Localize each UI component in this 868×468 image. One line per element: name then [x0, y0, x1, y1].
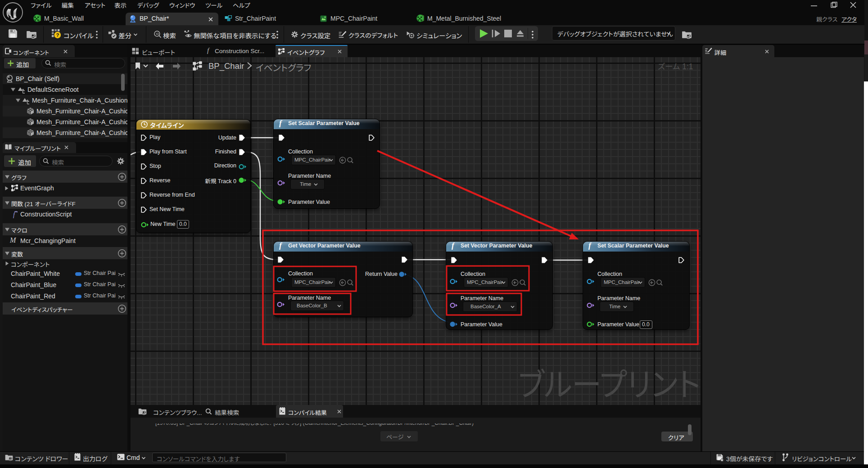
- svg-text:f: f: [13, 212, 16, 218]
- svg-text:?: ?: [56, 32, 59, 38]
